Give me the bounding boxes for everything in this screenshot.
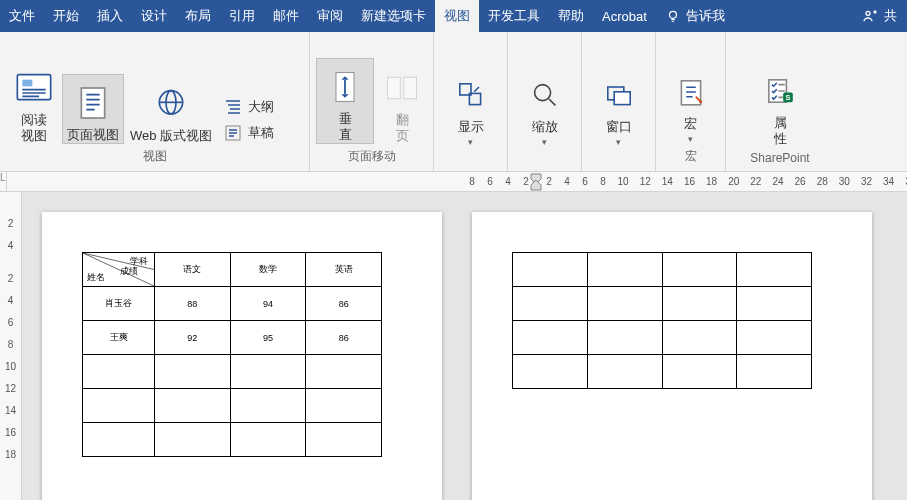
table-row xyxy=(513,321,812,355)
tab-file[interactable]: 文件 xyxy=(0,0,44,32)
properties-label: 属 性 xyxy=(774,115,787,148)
macros-icon xyxy=(669,70,713,114)
draft-button[interactable]: 草稿 xyxy=(220,122,278,144)
table-row xyxy=(83,355,382,389)
tab-design[interactable]: 设计 xyxy=(132,0,176,32)
read-mode-icon xyxy=(12,66,56,110)
svg-rect-3 xyxy=(22,79,32,86)
share-button[interactable]: 共 xyxy=(852,7,907,25)
ruler-ticks-left: 8642 xyxy=(465,176,530,187)
document-page-2[interactable]: (Ctrl) ▾ xyxy=(472,212,872,500)
pagemove-group-label: 页面移动 xyxy=(310,144,433,171)
ribbon-tab-bar: 文件 开始 插入 设计 布局 引用 邮件 审阅 新建选项卡 视图 开发工具 帮助… xyxy=(0,0,907,32)
svg-rect-4 xyxy=(81,88,104,118)
chevron-down-icon: ▾ xyxy=(542,137,547,147)
svg-rect-9 xyxy=(388,77,401,99)
web-layout-icon xyxy=(149,82,193,126)
vertical-ruler[interactable]: 2424681012141618 xyxy=(0,192,22,500)
chevron-down-icon: ▾ xyxy=(468,137,473,147)
show-button[interactable]: 显示 ▾ xyxy=(443,67,499,147)
table-row: 王爽 92 95 86 xyxy=(83,321,382,355)
svg-point-13 xyxy=(534,84,550,100)
tab-selector[interactable]: L xyxy=(0,172,7,192)
chevron-down-icon: ▾ xyxy=(688,134,693,144)
table-row xyxy=(513,355,812,389)
outline-label: 大纲 xyxy=(248,98,274,116)
print-layout-icon xyxy=(71,81,115,125)
print-layout-label: 页面视图 xyxy=(67,127,119,143)
tab-view[interactable]: 视图 xyxy=(435,0,479,32)
outline-icon xyxy=(224,98,242,116)
chevron-down-icon: ▾ xyxy=(616,137,621,147)
sharepoint-group-label: SharePoint xyxy=(726,147,834,171)
draft-label: 草稿 xyxy=(248,124,274,142)
web-layout-label: Web 版式视图 xyxy=(130,128,212,144)
indent-marker-icon[interactable] xyxy=(530,172,542,192)
draft-icon xyxy=(224,124,242,142)
window-label: 窗口 xyxy=(606,119,632,135)
document-workspace: 2424681012141618 学科 成绩 姓名 语文 数学 英语 肖玉谷 xyxy=(0,192,907,500)
share-label: 共 xyxy=(884,7,897,25)
table-row xyxy=(513,253,812,287)
vertical-icon xyxy=(323,65,367,109)
read-mode-label: 阅读 视图 xyxy=(21,112,47,145)
zoom-icon xyxy=(523,73,567,117)
svg-marker-22 xyxy=(531,180,541,190)
properties-icon: S xyxy=(758,69,802,113)
svg-rect-15 xyxy=(614,92,630,105)
side-to-side-icon xyxy=(380,66,424,110)
table-row: 学科 成绩 姓名 语文 数学 英语 xyxy=(83,253,382,287)
views-group-label: 视图 xyxy=(0,144,309,171)
svg-rect-10 xyxy=(404,77,417,99)
svg-text:S: S xyxy=(786,92,791,101)
show-icon xyxy=(449,73,493,117)
header-grade: 成绩 xyxy=(120,265,138,278)
grades-table[interactable]: 学科 成绩 姓名 语文 数学 英语 肖玉谷 88 94 86 王爽 92 xyxy=(82,252,382,457)
table-row xyxy=(83,389,382,423)
macros-label: 宏 xyxy=(684,116,697,132)
window-icon xyxy=(597,73,641,117)
ribbon: 阅读 视图 页面视图 Web 版式视图 大纲 xyxy=(0,32,907,172)
svg-point-0 xyxy=(669,11,676,18)
tab-home[interactable]: 开始 xyxy=(44,0,88,32)
tab-newtab[interactable]: 新建选项卡 xyxy=(352,0,435,32)
ruler-ticks-right: 246810121416182022242628303234363840 xyxy=(542,176,907,187)
header-name: 姓名 xyxy=(87,271,105,284)
print-layout-button[interactable]: 页面视图 xyxy=(62,74,124,144)
side-to-side-label: 翻 页 xyxy=(396,112,409,145)
tell-me-search[interactable]: 告诉我 xyxy=(656,7,735,25)
tab-references[interactable]: 引用 xyxy=(220,0,264,32)
tab-developer[interactable]: 开发工具 xyxy=(479,0,549,32)
vertical-label: 垂 直 xyxy=(339,111,352,144)
table-row xyxy=(83,423,382,457)
macros-group-label: 宏 xyxy=(656,144,725,171)
tab-review[interactable]: 审阅 xyxy=(308,0,352,32)
tab-insert[interactable]: 插入 xyxy=(88,0,132,32)
horizontal-ruler[interactable]: L 8642 246810121416182022242628303234363… xyxy=(0,172,907,192)
zoom-label: 缩放 xyxy=(532,119,558,135)
web-layout-button[interactable]: Web 版式视图 xyxy=(124,76,218,144)
header-col-2: 数学 xyxy=(230,253,306,287)
read-mode-button[interactable]: 阅读 视图 xyxy=(6,60,62,145)
side-to-side-button[interactable]: 翻 页 xyxy=(374,60,430,145)
table-row: 肖玉谷 88 94 86 xyxy=(83,287,382,321)
zoom-button[interactable]: 缩放 ▾ xyxy=(517,67,573,147)
header-col-1: 语文 xyxy=(155,253,231,287)
lightbulb-icon xyxy=(666,9,680,23)
outline-button[interactable]: 大纲 xyxy=(220,96,278,118)
svg-point-1 xyxy=(866,11,870,15)
table-row xyxy=(513,287,812,321)
tab-layout[interactable]: 布局 xyxy=(176,0,220,32)
tab-mailings[interactable]: 邮件 xyxy=(264,0,308,32)
header-col-3: 英语 xyxy=(306,253,382,287)
empty-table[interactable] xyxy=(512,252,812,389)
macros-button[interactable]: 宏 ▾ xyxy=(663,64,719,144)
document-page-1[interactable]: 学科 成绩 姓名 语文 数学 英语 肖玉谷 88 94 86 王爽 92 xyxy=(42,212,442,500)
tab-acrobat[interactable]: Acrobat xyxy=(593,0,656,32)
window-button[interactable]: 窗口 ▾ xyxy=(591,67,647,147)
tab-help[interactable]: 帮助 xyxy=(549,0,593,32)
tell-me-label: 告诉我 xyxy=(686,7,725,25)
svg-rect-16 xyxy=(681,81,700,105)
properties-button[interactable]: S 属 性 xyxy=(752,63,808,148)
vertical-button[interactable]: 垂 直 xyxy=(316,58,374,145)
